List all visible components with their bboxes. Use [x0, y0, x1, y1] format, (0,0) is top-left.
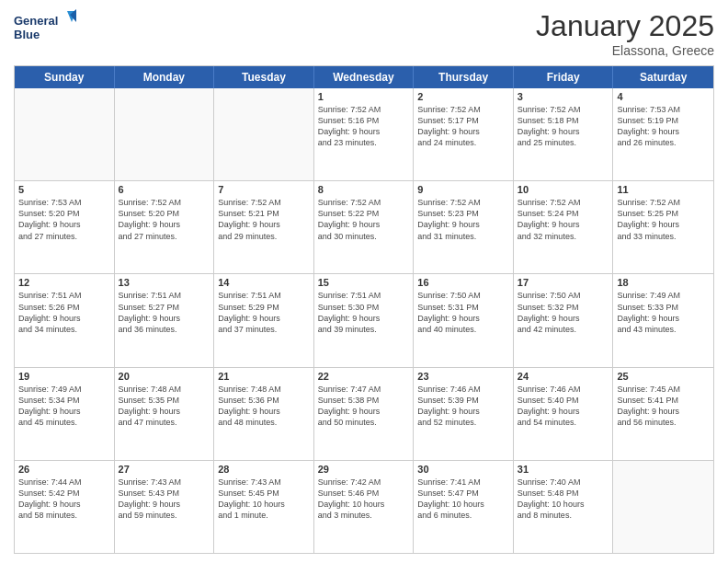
day-number: 27: [119, 464, 210, 475]
day-cell: [15, 88, 115, 180]
week-row: 19Sunrise: 7:49 AM Sunset: 5:34 PM Dayli…: [15, 367, 713, 460]
day-info: Sunrise: 7:41 AM Sunset: 5:47 PM Dayligh…: [417, 477, 509, 522]
day-info: Sunrise: 7:47 AM Sunset: 5:38 PM Dayligh…: [318, 384, 410, 429]
day-cell: [115, 88, 215, 180]
day-cell: 18Sunrise: 7:49 AM Sunset: 5:33 PM Dayli…: [613, 274, 713, 366]
day-cell: 14Sunrise: 7:51 AM Sunset: 5:29 PM Dayli…: [214, 274, 314, 366]
day-number: 5: [18, 184, 110, 195]
day-info: Sunrise: 7:52 AM Sunset: 5:18 PM Dayligh…: [518, 104, 609, 149]
svg-text:General: General: [14, 14, 58, 28]
day-info: Sunrise: 7:53 AM Sunset: 5:20 PM Dayligh…: [18, 197, 110, 242]
day-number: 1: [318, 91, 410, 102]
day-cell: 26Sunrise: 7:44 AM Sunset: 5:42 PM Dayli…: [15, 461, 115, 553]
day-cell: 11Sunrise: 7:52 AM Sunset: 5:25 PM Dayli…: [613, 181, 713, 273]
day-number: 31: [518, 464, 609, 475]
day-number: 15: [318, 277, 410, 288]
day-number: 21: [218, 371, 310, 382]
week-row: 26Sunrise: 7:44 AM Sunset: 5:42 PM Dayli…: [15, 460, 713, 553]
day-info: Sunrise: 7:52 AM Sunset: 5:17 PM Dayligh…: [417, 104, 509, 149]
day-cell: 13Sunrise: 7:51 AM Sunset: 5:27 PM Dayli…: [115, 274, 215, 366]
day-info: Sunrise: 7:42 AM Sunset: 5:46 PM Dayligh…: [318, 477, 410, 522]
day-number: 26: [18, 464, 110, 475]
day-header-wednesday: Wednesday: [314, 66, 415, 88]
day-info: Sunrise: 7:44 AM Sunset: 5:42 PM Dayligh…: [18, 477, 110, 522]
day-number: 11: [617, 184, 710, 195]
day-info: Sunrise: 7:52 AM Sunset: 5:23 PM Dayligh…: [417, 197, 509, 242]
day-number: 23: [417, 371, 509, 382]
month-title: January 2025: [536, 9, 714, 43]
day-info: Sunrise: 7:52 AM Sunset: 5:16 PM Dayligh…: [318, 104, 410, 149]
day-header-friday: Friday: [514, 66, 614, 88]
day-cell: 29Sunrise: 7:42 AM Sunset: 5:46 PM Dayli…: [314, 461, 415, 553]
day-info: Sunrise: 7:46 AM Sunset: 5:40 PM Dayligh…: [518, 384, 609, 429]
day-number: 28: [218, 464, 310, 475]
day-number: 24: [518, 371, 609, 382]
day-cell: 22Sunrise: 7:47 AM Sunset: 5:38 PM Dayli…: [314, 368, 415, 460]
day-cell: 17Sunrise: 7:50 AM Sunset: 5:32 PM Dayli…: [514, 274, 614, 366]
week-row: 12Sunrise: 7:51 AM Sunset: 5:26 PM Dayli…: [15, 273, 713, 366]
day-cell: 19Sunrise: 7:49 AM Sunset: 5:34 PM Dayli…: [15, 368, 115, 460]
day-number: 6: [119, 184, 210, 195]
day-cell: 10Sunrise: 7:52 AM Sunset: 5:24 PM Dayli…: [514, 181, 614, 273]
day-header-tuesday: Tuesday: [214, 66, 314, 88]
day-info: Sunrise: 7:40 AM Sunset: 5:48 PM Dayligh…: [518, 477, 609, 522]
day-info: Sunrise: 7:46 AM Sunset: 5:39 PM Dayligh…: [417, 384, 509, 429]
logo: General Blue: [14, 9, 78, 46]
day-number: 25: [617, 371, 710, 382]
day-cell: 8Sunrise: 7:52 AM Sunset: 5:22 PM Daylig…: [314, 181, 415, 273]
day-cell: 25Sunrise: 7:45 AM Sunset: 5:41 PM Dayli…: [613, 368, 713, 460]
day-info: Sunrise: 7:51 AM Sunset: 5:26 PM Dayligh…: [18, 290, 110, 335]
day-info: Sunrise: 7:50 AM Sunset: 5:32 PM Dayligh…: [518, 290, 609, 335]
day-info: Sunrise: 7:53 AM Sunset: 5:19 PM Dayligh…: [617, 104, 710, 149]
day-cell: 15Sunrise: 7:51 AM Sunset: 5:30 PM Dayli…: [314, 274, 415, 366]
day-info: Sunrise: 7:43 AM Sunset: 5:45 PM Dayligh…: [218, 477, 310, 522]
day-header-sunday: Sunday: [15, 66, 115, 88]
day-info: Sunrise: 7:48 AM Sunset: 5:36 PM Dayligh…: [218, 384, 310, 429]
day-info: Sunrise: 7:51 AM Sunset: 5:30 PM Dayligh…: [318, 290, 410, 335]
day-number: 2: [417, 91, 509, 102]
day-cell: 2Sunrise: 7:52 AM Sunset: 5:17 PM Daylig…: [414, 88, 514, 180]
day-cell: 31Sunrise: 7:40 AM Sunset: 5:48 PM Dayli…: [514, 461, 614, 553]
day-number: 19: [18, 371, 110, 382]
day-info: Sunrise: 7:52 AM Sunset: 5:24 PM Dayligh…: [518, 197, 609, 242]
day-number: 16: [417, 277, 509, 288]
day-info: Sunrise: 7:50 AM Sunset: 5:31 PM Dayligh…: [417, 290, 509, 335]
day-cell: 1Sunrise: 7:52 AM Sunset: 5:16 PM Daylig…: [314, 88, 415, 180]
week-row: 5Sunrise: 7:53 AM Sunset: 5:20 PM Daylig…: [15, 180, 713, 273]
day-number: 4: [617, 91, 710, 102]
day-cell: 7Sunrise: 7:52 AM Sunset: 5:21 PM Daylig…: [214, 181, 314, 273]
day-cell: 21Sunrise: 7:48 AM Sunset: 5:36 PM Dayli…: [214, 368, 314, 460]
day-cell: 24Sunrise: 7:46 AM Sunset: 5:40 PM Dayli…: [514, 368, 614, 460]
day-headers: SundayMondayTuesdayWednesdayThursdayFrid…: [15, 66, 713, 88]
day-cell: 30Sunrise: 7:41 AM Sunset: 5:47 PM Dayli…: [414, 461, 514, 553]
day-info: Sunrise: 7:43 AM Sunset: 5:43 PM Dayligh…: [119, 477, 210, 522]
day-number: 20: [119, 371, 210, 382]
location: Elassona, Greece: [536, 43, 714, 58]
day-info: Sunrise: 7:52 AM Sunset: 5:22 PM Dayligh…: [318, 197, 410, 242]
day-cell: [613, 461, 713, 553]
day-info: Sunrise: 7:52 AM Sunset: 5:20 PM Dayligh…: [119, 197, 210, 242]
day-header-monday: Monday: [115, 66, 215, 88]
day-number: 18: [617, 277, 710, 288]
day-info: Sunrise: 7:49 AM Sunset: 5:34 PM Dayligh…: [18, 384, 110, 429]
day-cell: 5Sunrise: 7:53 AM Sunset: 5:20 PM Daylig…: [15, 181, 115, 273]
svg-text:Blue: Blue: [14, 28, 40, 41]
day-number: 8: [318, 184, 410, 195]
day-cell: 9Sunrise: 7:52 AM Sunset: 5:23 PM Daylig…: [414, 181, 514, 273]
day-cell: 12Sunrise: 7:51 AM Sunset: 5:26 PM Dayli…: [15, 274, 115, 366]
day-number: 14: [218, 277, 310, 288]
day-cell: [214, 88, 314, 180]
day-cell: 23Sunrise: 7:46 AM Sunset: 5:39 PM Dayli…: [414, 368, 514, 460]
day-number: 22: [318, 371, 410, 382]
weeks: 1Sunrise: 7:52 AM Sunset: 5:16 PM Daylig…: [15, 88, 713, 553]
day-number: 9: [417, 184, 509, 195]
day-info: Sunrise: 7:49 AM Sunset: 5:33 PM Dayligh…: [617, 290, 710, 335]
day-cell: 16Sunrise: 7:50 AM Sunset: 5:31 PM Dayli…: [414, 274, 514, 366]
day-cell: 6Sunrise: 7:52 AM Sunset: 5:20 PM Daylig…: [115, 181, 215, 273]
day-number: 7: [218, 184, 310, 195]
day-number: 29: [318, 464, 410, 475]
day-header-saturday: Saturday: [613, 66, 713, 88]
day-header-thursday: Thursday: [414, 66, 514, 88]
calendar: SundayMondayTuesdayWednesdayThursdayFrid…: [14, 65, 714, 554]
day-info: Sunrise: 7:51 AM Sunset: 5:27 PM Dayligh…: [119, 290, 210, 335]
